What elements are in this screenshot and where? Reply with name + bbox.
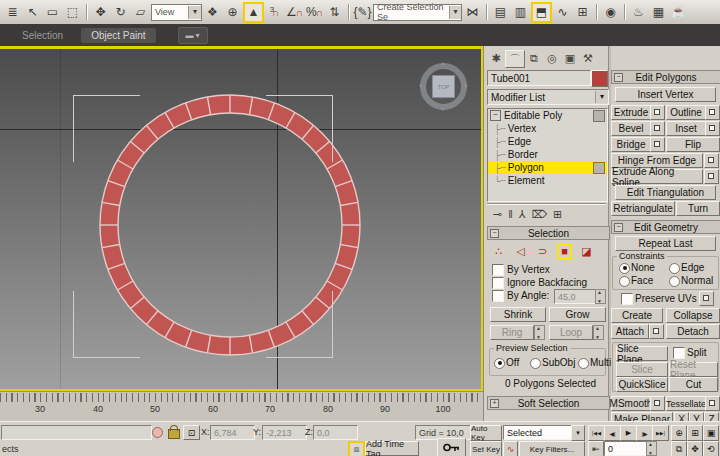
zoom-icon[interactable]: ⊕ <box>671 425 687 441</box>
collapse-icon[interactable]: − <box>614 73 623 82</box>
use-center-icon[interactable]: ⊕ <box>223 3 242 22</box>
tessellate-button[interactable]: Tessellate <box>666 396 706 411</box>
pin-stack-icon[interactable]: ⊸ <box>493 208 502 221</box>
key-mode-toggle-icon[interactable]: ⇤ <box>588 441 604 456</box>
key-filters-button[interactable]: Key Filters... <box>519 441 585 456</box>
x-coordinate-field[interactable]: 6,784 <box>210 425 255 440</box>
bridge-button[interactable]: Bridge <box>611 137 651 152</box>
set-key-button[interactable]: Set Key <box>470 441 502 456</box>
repeat-last-button[interactable]: Repeat Last <box>615 236 716 251</box>
stack-onoff-toggle[interactable] <box>593 162 605 174</box>
by-angle-checkbox[interactable] <box>492 290 504 302</box>
select-and-move-icon[interactable]: ✥ <box>91 3 110 22</box>
flip-button[interactable]: Flip <box>666 137 720 152</box>
select-object-icon[interactable]: ↖ <box>23 3 42 22</box>
expand-icon[interactable]: + <box>490 399 499 408</box>
next-frame-button[interactable]: |▶ <box>636 425 653 441</box>
set-keys-button[interactable] <box>437 438 466 456</box>
preview-off-radio[interactable] <box>494 358 505 369</box>
snaps-toggle-icon[interactable]: 3∩ <box>265 3 284 22</box>
insert-vertex-button[interactable]: Insert Vertex <box>615 87 716 102</box>
tab-display-icon[interactable]: ▣ <box>561 50 579 66</box>
make-planar-z-button[interactable]: Z <box>704 412 719 421</box>
polygon-subobject-icon[interactable]: ■ <box>557 244 572 259</box>
cut-button[interactable]: Cut <box>669 377 718 392</box>
zoom-all-icon[interactable]: ⊞ <box>687 425 703 441</box>
tab-hierarchy-icon[interactable]: ⧉ <box>525 50 543 66</box>
inset-button[interactable]: Inset <box>666 121 706 136</box>
frame-spinner[interactable] <box>646 441 657 456</box>
constraint-normal-radio[interactable] <box>669 276 680 287</box>
edit-named-selection-sets-icon[interactable]: {✎} <box>353 3 372 22</box>
pan-hand-icon[interactable]: ✥ <box>687 441 703 456</box>
outline-button[interactable]: Outline <box>666 105 706 120</box>
preserve-uvs-checkbox[interactable] <box>621 293 633 305</box>
vertex-subobject-icon[interactable]: ∴ <box>491 244 506 259</box>
constraint-none-radio[interactable] <box>619 263 630 274</box>
bridge-settings-icon[interactable] <box>650 137 665 152</box>
tessellate-settings-icon[interactable] <box>705 396 720 411</box>
shrink-button[interactable]: Shrink <box>490 307 546 322</box>
rectangular-selection-region-icon[interactable]: ▭ <box>43 3 62 22</box>
turn-button[interactable]: Turn <box>676 201 720 216</box>
edit-polygons-header[interactable]: − Edit Polygons <box>611 70 720 84</box>
quickslice-button[interactable]: QuickSlice <box>616 377 668 392</box>
inset-settings-icon[interactable] <box>705 121 720 136</box>
tab-create-icon[interactable]: ✱ <box>487 50 505 66</box>
reset-plane-button[interactable]: Reset Plane <box>669 362 718 377</box>
track-bar[interactable]: 30 40 50 60 70 80 90 100 <box>0 391 483 423</box>
go-to-end-button[interactable]: ▶▶| <box>652 425 669 441</box>
loop-button[interactable]: Loop <box>549 325 593 340</box>
split-checkbox[interactable] <box>673 347 685 359</box>
render-production-icon[interactable]: ☕ <box>669 3 688 22</box>
chevron-down-icon[interactable]: ▾ <box>571 425 585 441</box>
by-angle-spinner[interactable] <box>595 289 606 304</box>
select-and-scale-icon[interactable]: ▱ <box>131 3 150 22</box>
stack-row-edge[interactable]: Edge <box>488 135 607 148</box>
go-to-start-button[interactable]: |◀◀ <box>588 425 605 441</box>
make-unique-icon[interactable]: ⅄ <box>519 208 526 221</box>
previous-frame-button[interactable]: ◀| <box>604 425 621 441</box>
stack-row-editable-poly[interactable]: − Editable Poly <box>488 109 607 122</box>
outline-settings-icon[interactable] <box>705 105 720 120</box>
extrude-along-spline-button[interactable]: Extrude Along Spline <box>611 169 703 184</box>
use-pivot-point-icon[interactable]: ❖ <box>203 3 222 22</box>
ring-button[interactable]: Ring <box>490 325 534 340</box>
extrude-along-spline-settings-icon[interactable] <box>704 169 719 184</box>
hinge-settings-icon[interactable] <box>704 153 719 168</box>
preserve-uvs-settings-icon[interactable] <box>699 291 714 306</box>
tab-utilities-icon[interactable]: ⚒ <box>579 50 597 66</box>
rendered-frame-window-icon[interactable]: ▦ <box>649 3 668 22</box>
zoom-extents-icon[interactable]: ▣ <box>703 425 719 441</box>
constraint-face-radio[interactable] <box>619 276 630 287</box>
play-button[interactable]: ▶ <box>620 425 637 441</box>
extrude-button[interactable]: Extrude <box>611 105 651 120</box>
stack-row-element[interactable]: Element <box>488 174 607 187</box>
show-end-result-icon[interactable]: ‖ <box>508 208 513 220</box>
paint-selection-region-icon[interactable]: ⬚ <box>63 3 82 22</box>
create-button[interactable]: Create <box>611 308 663 323</box>
percent-snap-icon[interactable]: %∩ <box>305 3 324 22</box>
select-and-rotate-icon[interactable]: ↻ <box>111 3 130 22</box>
element-subobject-icon[interactable]: ◪ <box>579 244 594 259</box>
named-selection-set-dropdown[interactable]: Create Selection Se ▾ <box>373 4 462 21</box>
msmooth-settings-icon[interactable] <box>650 396 665 411</box>
time-tag-icon[interactable]: ⧈ <box>348 441 365 456</box>
ribbon-minimize-button[interactable]: ▬ ▾ <box>178 27 208 44</box>
make-planar-x-button[interactable]: X <box>674 412 689 421</box>
grow-button[interactable]: Grow <box>549 307 606 322</box>
toggle-layer-explorer-icon[interactable]: ⬒ <box>531 2 552 23</box>
stack-row-polygon[interactable]: Polygon <box>488 161 607 174</box>
reference-coordinate-dropdown[interactable]: View ▾ <box>151 4 202 21</box>
z-coordinate-field[interactable]: 0,0 <box>313 425 358 440</box>
status-line-field[interactable] <box>1 425 152 440</box>
manage-layers-icon[interactable]: ▥ <box>511 3 530 22</box>
select-and-manipulate-icon[interactable]: ▲ <box>243 2 264 23</box>
default-tangent-icon[interactable]: ∿ <box>503 441 518 456</box>
collapse-button[interactable]: Collapse <box>666 308 720 323</box>
selection-rollout-header[interactable]: − Selection <box>487 226 610 240</box>
viewcube-south-arrow[interactable] <box>440 108 446 114</box>
tab-motion-icon[interactable]: ◎ <box>543 50 561 66</box>
viewcube-east-arrow[interactable] <box>465 83 471 89</box>
viewcube-north-arrow[interactable] <box>440 59 446 65</box>
